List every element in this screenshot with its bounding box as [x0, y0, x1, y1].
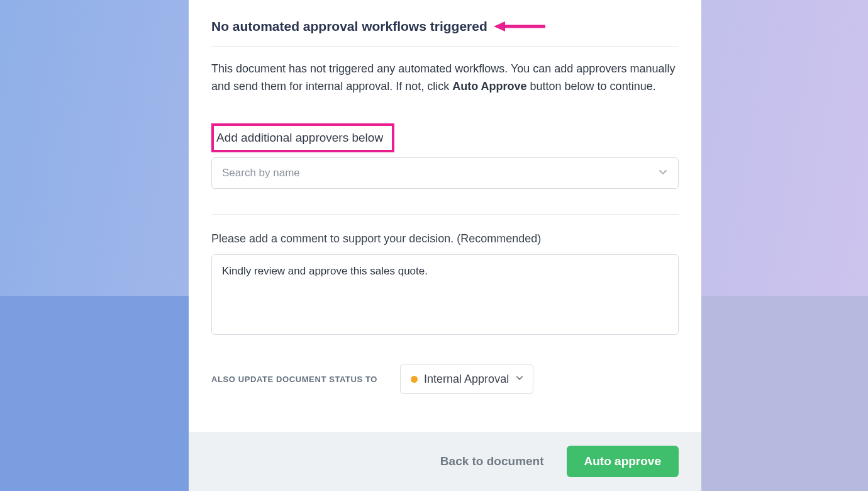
annotation-highlight-box: Add additional approvers below	[211, 123, 394, 152]
comment-textarea[interactable]	[211, 254, 679, 335]
chevron-down-icon	[515, 373, 524, 385]
svg-marker-1	[494, 21, 505, 31]
add-approvers-label: Add additional approvers below	[216, 131, 383, 145]
chevron-down-icon	[658, 167, 668, 179]
desc-post: button below to continue.	[527, 80, 656, 93]
panel-footer: Back to document Auto approve	[189, 432, 701, 491]
panel-description: This document has not triggered any auto…	[211, 60, 679, 96]
approver-search-select[interactable]: Search by name	[211, 157, 679, 189]
comment-label: Please add a comment to support your dec…	[211, 232, 679, 246]
status-dot-icon	[411, 376, 418, 383]
divider	[211, 214, 679, 215]
approval-panel: No automated approval workflows triggere…	[189, 0, 701, 491]
status-selected-text: Internal Approval	[424, 373, 509, 386]
page-background: No automated approval workflows triggere…	[0, 0, 868, 491]
panel-heading: No automated approval workflows triggere…	[211, 18, 487, 35]
auto-approve-button[interactable]: Auto approve	[567, 446, 679, 477]
approver-search-placeholder: Search by name	[222, 167, 300, 179]
annotation-arrow-left-icon	[494, 20, 547, 33]
desc-bold: Auto Approve	[452, 80, 526, 93]
back-to-document-button[interactable]: Back to document	[440, 454, 544, 468]
status-update-label: ALSO UPDATE DOCUMENT STATUS TO	[211, 375, 377, 384]
divider	[211, 46, 679, 47]
status-select[interactable]: Internal Approval	[400, 364, 533, 394]
